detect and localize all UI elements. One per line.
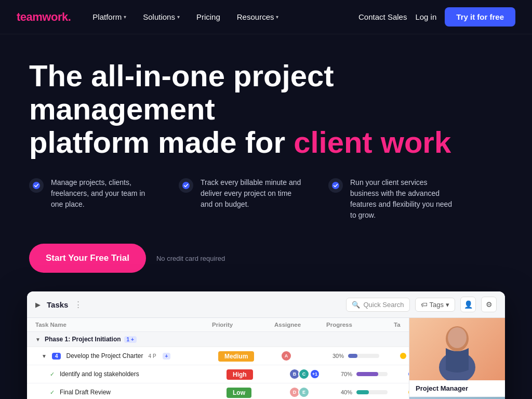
contact-sales-link[interactable]: Contact Sales (358, 12, 407, 21)
check-icon: ✓ (50, 389, 55, 396)
person-illustration (409, 397, 505, 399)
task-points: 4 P (149, 353, 156, 359)
tag-icon: 🏷 (421, 301, 428, 309)
phase-expand-icon[interactable]: ▼ (35, 337, 41, 342)
navigation: teamwork. Platform ▾ Solutions ▾ Pricing… (0, 0, 532, 34)
project-manager-panel: Project Manager (409, 318, 505, 399)
chevron-down-icon: ▾ (276, 14, 278, 20)
avatar: A (281, 350, 292, 362)
logo-dot: . (68, 10, 71, 23)
project-manager-label: Project Manager (409, 380, 505, 397)
chevron-down-icon: ▾ (177, 14, 180, 20)
dashboard-header: ▶ Tasks ⋮ 🔍 Quick Search 🏷 Tags ▾ 👤 ⚙ (27, 291, 505, 318)
progress-bar (356, 390, 388, 394)
priority-badge: Medium (218, 351, 254, 362)
priority-badge: High (227, 369, 253, 380)
task-add-button[interactable]: + (163, 353, 171, 360)
table-settings-button[interactable]: ⚙ (481, 297, 497, 312)
row-expand-icon[interactable]: ▼ (42, 353, 47, 359)
svg-point-0 (33, 182, 40, 189)
more-assignees-badge: +1 (311, 370, 319, 378)
col-progress: Progress (326, 322, 394, 328)
svg-point-1 (182, 182, 190, 189)
check-icon (29, 178, 44, 193)
tasks-options-icon[interactable]: ⋮ (74, 300, 82, 309)
status-dot (400, 353, 406, 359)
try-free-button[interactable]: Try it for free (445, 7, 515, 26)
chevron-down-icon: ▾ (124, 14, 126, 20)
assignee-cell: B C +1 (289, 368, 341, 380)
tags-button[interactable]: 🏷 Tags ▾ (415, 298, 455, 312)
progress-bar (356, 372, 388, 376)
check-icon (179, 178, 193, 193)
assignee-cell: A (281, 350, 332, 362)
project-manager-photo-2 (409, 397, 505, 399)
task-name: Final Draft Review (60, 389, 111, 396)
feature-3: Run your client services business with t… (328, 177, 453, 221)
feature-1: Manage projects, clients, freelancers, a… (29, 177, 154, 221)
progress-bar (348, 354, 379, 358)
phase-label: Phase 1: Project Initiation (45, 336, 121, 343)
task-table: Task Name Priority Assignee Progress Ta … (27, 318, 505, 399)
expand-icon[interactable]: ▶ (35, 301, 41, 309)
nav-resources[interactable]: Resources ▾ (230, 8, 286, 25)
person-icon: 👤 (464, 300, 473, 309)
logo-text: teamwork (17, 10, 68, 23)
nav-solutions[interactable]: Solutions ▾ (136, 8, 187, 25)
col-priority: Priority (212, 322, 274, 328)
task-name: Identify and log stakeholders (60, 370, 139, 378)
task-number: 4 (52, 353, 61, 360)
cta-row: Start Your Free Trial No credit card req… (29, 244, 503, 273)
project-manager-photo-1 (409, 318, 505, 380)
hero-title: The all-in-one project management platfo… (29, 59, 481, 158)
tasks-label: Tasks (47, 300, 68, 309)
svg-point-2 (332, 182, 339, 189)
logo[interactable]: teamwork. (17, 10, 71, 24)
assignee-filter-button[interactable]: 👤 (460, 297, 476, 312)
svg-point-5 (448, 327, 467, 348)
nav-right: Contact Sales Log in Try it for free (358, 7, 515, 26)
dashboard-preview: ▶ Tasks ⋮ 🔍 Quick Search 🏷 Tags ▾ 👤 ⚙ Ta… (27, 291, 505, 399)
features-list: Manage projects, clients, freelancers, a… (29, 177, 503, 221)
check-icon (328, 178, 343, 193)
phase-add-button[interactable]: 1 + (124, 336, 137, 343)
feature-2: Track every billable minute and deliver … (179, 177, 303, 221)
search-icon: 🔍 (352, 301, 360, 309)
avatar: E (298, 387, 310, 398)
progress-cell: 70% (341, 371, 408, 377)
progress-cell: 40% (341, 389, 408, 395)
col-assignee: Assignee (274, 322, 326, 328)
task-name: Develop the Project Charter (66, 352, 143, 360)
nav-platform[interactable]: Platform ▾ (85, 8, 134, 25)
check-icon: ✓ (50, 371, 55, 378)
assignee-cell: D E (289, 387, 341, 398)
nav-pricing[interactable]: Pricing (189, 8, 228, 25)
quick-search-input[interactable]: 🔍 Quick Search (346, 298, 409, 312)
priority-badge: Low (227, 388, 251, 398)
no-credit-card-text: No credit card required (156, 255, 225, 262)
log-in-link[interactable]: Log in (415, 12, 436, 21)
start-trial-button[interactable]: Start Your Free Trial (29, 244, 146, 273)
avatar: C (298, 368, 310, 380)
nav-items: Platform ▾ Solutions ▾ Pricing Resources… (85, 8, 358, 25)
person-illustration (409, 318, 505, 380)
chevron-down-icon: ▾ (446, 301, 449, 309)
col-task-name: Task Name (35, 322, 212, 328)
hero-section: The all-in-one project management platfo… (0, 34, 532, 291)
progress-cell: 30% (332, 353, 400, 359)
settings-icon: ⚙ (486, 300, 493, 309)
